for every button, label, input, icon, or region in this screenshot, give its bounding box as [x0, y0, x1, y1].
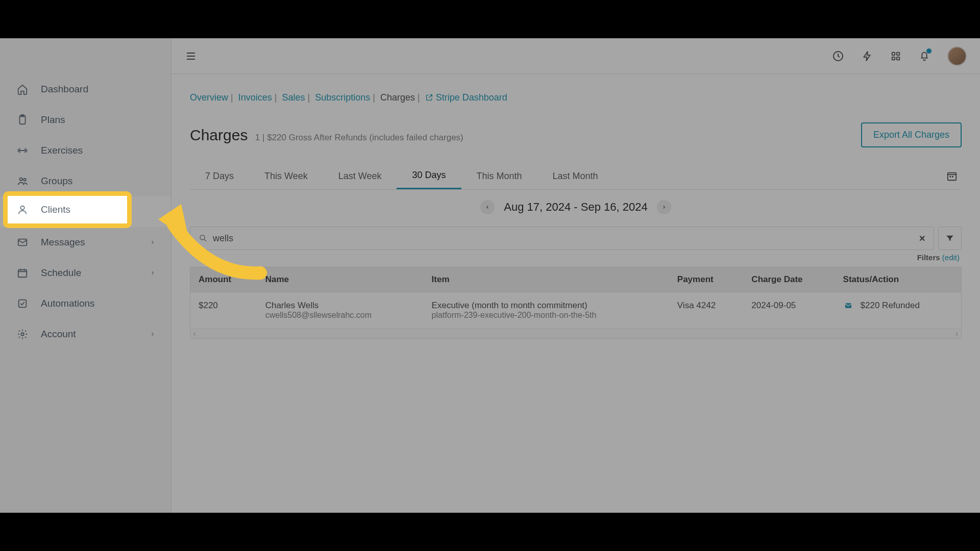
table-scrollbar[interactable]: ‹ › [190, 329, 962, 339]
lightning-icon[interactable] [862, 50, 873, 62]
svg-rect-13 [897, 57, 900, 60]
search-box[interactable]: ✕ [190, 227, 934, 250]
breadcrumb-subscriptions[interactable]: Subscriptions [315, 92, 370, 103]
gear-icon [15, 329, 30, 340]
breadcrumb-overview[interactable]: Overview [190, 92, 228, 103]
sidebar-item-label: Plans [41, 114, 156, 126]
cell-status: $220 Refunded [835, 292, 962, 329]
svg-rect-7 [19, 300, 27, 308]
cell-amount: $220 [190, 292, 257, 329]
check-square-icon [15, 298, 30, 309]
menu-icon[interactable] [185, 50, 197, 62]
sidebar-item-plans[interactable]: Plans [0, 105, 171, 135]
tab-last-month[interactable]: Last Month [537, 164, 614, 189]
sidebar: Dashboard Plans Exercises Groups Clients [0, 38, 172, 513]
scroll-left-icon[interactable]: ‹ [193, 330, 196, 338]
chevron-right-icon [150, 239, 156, 245]
clipboard-icon [15, 114, 30, 126]
sidebar-item-label: Automations [41, 298, 156, 309]
page-title: Charges [190, 127, 248, 143]
date-range-label: Aug 17, 2024 - Sep 16, 2024 [504, 201, 647, 214]
clock-icon[interactable] [832, 50, 844, 62]
sidebar-item-label: Account [41, 329, 150, 340]
sidebar-item-label: Exercises [41, 145, 156, 156]
breadcrumb-invoices[interactable]: Invoices [238, 92, 272, 103]
calendar-picker-icon[interactable] [942, 163, 962, 189]
export-button[interactable]: Export All Charges [861, 122, 962, 147]
chevron-right-icon [150, 270, 156, 276]
sidebar-item-messages[interactable]: Messages [0, 227, 171, 258]
tab-this-month[interactable]: This Month [461, 164, 537, 189]
sidebar-item-account[interactable]: Account [0, 319, 171, 349]
highlight-frame [3, 191, 132, 228]
filters-label-row: Filters (edit) [190, 250, 962, 267]
svg-rect-10 [892, 52, 895, 55]
page-summary: 1 | $220 Gross After Refunds (includes f… [255, 133, 463, 142]
avatar[interactable] [947, 46, 967, 66]
dumbbell-icon [15, 145, 30, 156]
date-prev-button[interactable] [480, 200, 495, 214]
sidebar-item-dashboard[interactable]: Dashboard [0, 74, 171, 105]
app-window: Dashboard Plans Exercises Groups Clients [0, 38, 980, 513]
th-name: Name [257, 267, 424, 292]
bell-icon[interactable] [919, 50, 930, 62]
tab-30days[interactable]: 30 Days [397, 163, 461, 189]
envelope-icon[interactable] [843, 302, 853, 310]
date-range-row: Aug 17, 2024 - Sep 16, 2024 [190, 190, 962, 227]
notification-dot [926, 48, 932, 54]
tab-this-week[interactable]: This Week [249, 164, 323, 189]
home-icon [15, 84, 30, 95]
svg-point-8 [21, 333, 24, 336]
svg-rect-12 [892, 57, 895, 60]
th-payment: Payment [669, 267, 744, 292]
th-amount: Amount [190, 267, 257, 292]
th-item: Item [424, 267, 669, 292]
sidebar-item-automations[interactable]: Automations [0, 288, 171, 319]
clear-search-icon[interactable]: ✕ [919, 234, 925, 243]
scroll-right-icon[interactable]: › [955, 330, 958, 338]
sidebar-item-label: Groups [41, 176, 156, 187]
search-icon [199, 234, 208, 243]
sidebar-item-label: Dashboard [41, 84, 156, 95]
sidebar-item-schedule[interactable]: Schedule [0, 258, 171, 288]
main-area: Overview| Invoices| Sales| Subscriptions… [172, 38, 980, 513]
users-icon [15, 176, 30, 187]
filters-label: Filters [917, 253, 940, 262]
tab-last-week[interactable]: Last Week [323, 164, 397, 189]
sidebar-item-exercises[interactable]: Exercises [0, 135, 171, 166]
cell-date: 2024-09-05 [743, 292, 835, 329]
apps-grid-icon[interactable] [890, 51, 901, 62]
filter-button[interactable] [938, 227, 962, 250]
breadcrumb-sales[interactable]: Sales [282, 92, 305, 103]
svg-point-3 [23, 179, 26, 181]
breadcrumb-charges: Charges [380, 92, 415, 103]
charges-table: Amount Name Item Payment Charge Date Sta… [190, 267, 962, 329]
table-header-row: Amount Name Item Payment Charge Date Sta… [190, 267, 962, 292]
breadcrumb: Overview| Invoices| Sales| Subscriptions… [190, 92, 962, 103]
svg-rect-15 [949, 176, 951, 178]
tab-7days[interactable]: 7 Days [190, 164, 249, 189]
date-tabs: 7 Days This Week Last Week 30 Days This … [190, 163, 962, 190]
sidebar-item-label: Messages [41, 237, 150, 248]
th-status: Status/Action [835, 267, 962, 292]
svg-rect-6 [18, 270, 27, 278]
table-row[interactable]: $220 Charles Wells cwells508@sllewselrah… [190, 292, 962, 329]
th-charge-date: Charge Date [743, 267, 835, 292]
calendar-icon [15, 267, 30, 279]
cell-item: Executive (month to month commitment) pl… [424, 292, 669, 329]
page-title-wrap: Charges 1 | $220 Gross After Refunds (in… [190, 127, 463, 144]
chevron-right-icon [150, 331, 156, 337]
envelope-icon [15, 237, 30, 248]
svg-point-17 [200, 235, 205, 240]
cell-payment: Visa 4242 [669, 292, 744, 329]
cell-name: Charles Wells cwells508@sllewselrahc.com [257, 292, 424, 329]
search-input[interactable] [213, 233, 919, 244]
filters-edit-link[interactable]: (edit) [942, 253, 960, 262]
date-next-button[interactable] [657, 200, 671, 214]
topbar [172, 38, 980, 74]
breadcrumb-stripe[interactable]: Stripe Dashboard [425, 92, 507, 103]
svg-rect-16 [952, 176, 953, 178]
sidebar-item-label: Schedule [41, 267, 150, 279]
svg-rect-11 [897, 52, 900, 55]
content: Overview| Invoices| Sales| Subscriptions… [172, 74, 980, 339]
